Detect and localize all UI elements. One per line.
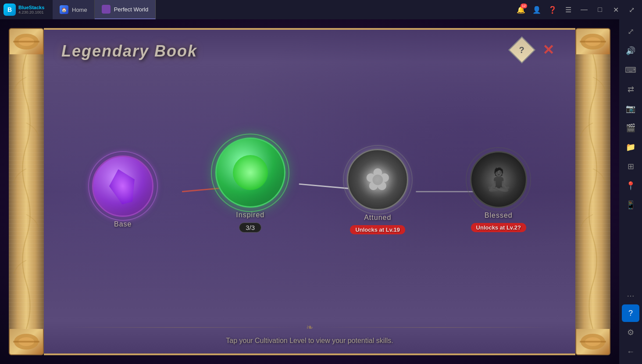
skill-node-inspired[interactable]: Inspired 3/3 bbox=[215, 138, 285, 233]
svg-rect-14 bbox=[580, 341, 606, 343]
close-game-button[interactable]: ✕ bbox=[539, 40, 558, 60]
legendary-book-title: Legendary Book bbox=[61, 42, 197, 60]
deco-line-left bbox=[61, 327, 303, 328]
scroll-col-right bbox=[575, 28, 610, 355]
scroll-col-left bbox=[9, 28, 44, 355]
svg-rect-5 bbox=[13, 341, 39, 343]
sidebar-transfer-btn[interactable]: ⇄ bbox=[622, 81, 639, 98]
game-tab-icon bbox=[102, 5, 111, 14]
svg-rect-2 bbox=[13, 41, 39, 42]
skill-node-blessed[interactable]: Blessed Unlocks at Lv.2? bbox=[470, 151, 527, 232]
maximize-button[interactable]: □ bbox=[593, 3, 607, 17]
minimize-button[interactable]: — bbox=[577, 3, 591, 17]
attuned-node-label: Attuned bbox=[364, 214, 391, 222]
skill-tree: Base Inspired 3/3 Attuned Unlocks at Lv.… bbox=[44, 65, 575, 318]
blessed-unlock-badge: Unlocks at Lv.2? bbox=[471, 223, 526, 232]
sidebar-keyboard-btn[interactable]: ⌨ bbox=[622, 61, 639, 79]
parchment-main: Legendary Book ? ✕ bbox=[44, 28, 575, 355]
tab-home-label: Home bbox=[72, 7, 87, 13]
help-button[interactable]: ❓ bbox=[546, 3, 560, 17]
close-window-button[interactable]: ✕ bbox=[609, 3, 623, 17]
title-bar: B BlueStacks 4.230.20.1001 🏠 Home Perfec… bbox=[0, 0, 642, 19]
attuned-unlock-badge: Unlocks at Lv.19 bbox=[350, 225, 405, 234]
scroll-cap-top-left bbox=[9, 28, 44, 54]
scroll-vine-left bbox=[9, 54, 44, 329]
notification-count: 12 bbox=[521, 4, 527, 8]
bluestacks-icon: B bbox=[4, 4, 16, 16]
close-game-icon: ✕ bbox=[542, 43, 554, 57]
skill-node-base[interactable]: Base bbox=[92, 155, 153, 228]
blessed-node-circle bbox=[470, 151, 527, 208]
base-node-circle bbox=[92, 155, 153, 217]
scroll-container: Legendary Book ? ✕ bbox=[9, 28, 610, 355]
sidebar-expand-btn[interactable]: ⤢ bbox=[622, 23, 639, 40]
bluestacks-name: BlueStacks bbox=[18, 5, 44, 10]
sidebar-multiinstance-btn[interactable]: ⊞ bbox=[622, 158, 639, 175]
svg-rect-11 bbox=[580, 41, 606, 42]
scroll-cap-top-right bbox=[575, 28, 610, 54]
inspired-node-label: Inspired bbox=[236, 211, 264, 219]
title-bar-controls: 🔔 12 👤 ❓ ☰ — □ ✕ ⤢ bbox=[514, 3, 642, 17]
tab-game-label: Perfect World bbox=[114, 6, 149, 13]
help-game-icon: ? bbox=[519, 45, 524, 55]
home-tab-icon: 🏠 bbox=[60, 5, 68, 14]
sidebar-screenshot-btn[interactable]: 📷 bbox=[622, 100, 639, 117]
sidebar-location-btn[interactable]: 📍 bbox=[622, 177, 639, 194]
blessed-node-label: Blessed bbox=[485, 212, 513, 219]
attuned-node-circle bbox=[347, 149, 408, 210]
deco-ornament: ❧ bbox=[306, 322, 314, 332]
scroll-cap-bottom-left bbox=[9, 329, 44, 355]
help-game-button[interactable]: ? bbox=[508, 36, 535, 64]
right-sidebar: ⤢ 🔊 ⌨ ⇄ 📷 🎬 📁 ⊞ 📍 📱 … ? ⚙ ← bbox=[619, 19, 642, 364]
scroll-body-right bbox=[575, 54, 610, 329]
sidebar-help-btn[interactable]: ? bbox=[622, 304, 639, 322]
bluestacks-version: 4.230.20.1001 bbox=[18, 10, 44, 14]
bottom-instruction-text: Tap your Cultivation Level to view your … bbox=[44, 337, 575, 345]
expand-button[interactable]: ⤢ bbox=[624, 3, 638, 17]
base-node-label: Base bbox=[114, 220, 132, 228]
game-area: Legendary Book ? ✕ bbox=[0, 19, 619, 364]
skill-node-attuned[interactable]: Attuned Unlocks at Lv.19 bbox=[347, 149, 408, 234]
bottom-decoration: ❧ bbox=[61, 318, 558, 336]
menu-button[interactable]: ☰ bbox=[561, 3, 575, 17]
sidebar-record-btn[interactable]: 🎬 bbox=[622, 119, 639, 137]
bluestacks-logo: B BlueStacks 4.230.20.1001 bbox=[0, 0, 53, 19]
sidebar-folder-btn[interactable]: 📁 bbox=[622, 138, 639, 156]
inspired-node-circle bbox=[215, 138, 285, 208]
sidebar-volume-btn[interactable]: 🔊 bbox=[622, 42, 639, 60]
sidebar-more-btn[interactable]: … bbox=[622, 285, 639, 303]
scroll-body-left bbox=[9, 54, 44, 329]
inspired-node-counter: 3/3 bbox=[239, 223, 261, 233]
tab-home[interactable]: 🏠 Home bbox=[53, 0, 95, 19]
notification-button[interactable]: 🔔 12 bbox=[514, 3, 528, 17]
account-button[interactable]: 👤 bbox=[530, 3, 544, 17]
sidebar-settings-btn[interactable]: ⚙ bbox=[622, 324, 639, 341]
sidebar-back-btn[interactable]: ← bbox=[622, 343, 639, 360]
tab-game[interactable]: Perfect World bbox=[95, 0, 156, 19]
sidebar-device-btn[interactable]: 📱 bbox=[622, 196, 639, 214]
deco-line-right bbox=[317, 327, 558, 328]
scroll-cap-bottom-right bbox=[575, 329, 610, 355]
